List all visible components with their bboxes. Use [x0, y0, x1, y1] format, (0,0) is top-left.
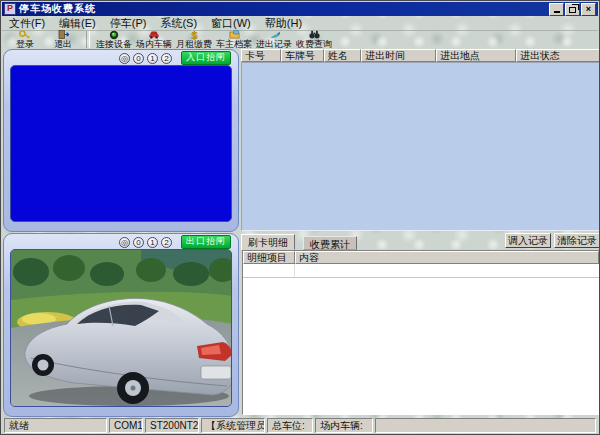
- detail-tabs-row: 刷卡明细 收费累计 调入记录 清除记录: [241, 232, 600, 250]
- toolbar-label: 连接设备: [96, 39, 132, 49]
- column-header-status[interactable]: 进出状态: [516, 49, 600, 62]
- app-icon: P: [4, 3, 16, 15]
- folder-icon: [229, 30, 240, 39]
- binoculars-icon: [309, 30, 320, 39]
- camera-select-button[interactable]: 1: [147, 53, 158, 64]
- money-icon: $: [190, 30, 199, 39]
- owner-files-button[interactable]: 车主档案: [214, 30, 254, 49]
- toolbar-label: 登录: [16, 39, 34, 49]
- toolbar-label: 车主档案: [216, 39, 252, 49]
- status-com-port: COM1: [109, 418, 143, 433]
- exit-video-panel: ◎ 0 1 2 出口抬闸: [3, 233, 239, 417]
- detail-table: 明细项目 内容: [242, 250, 600, 415]
- status-device-model: ST200NT2: [145, 418, 199, 433]
- exit-gate-open-button[interactable]: 出口抬闸: [181, 235, 231, 249]
- detail-table-header: 明细项目 内容: [243, 251, 599, 264]
- exit-button[interactable]: 退出: [44, 30, 82, 49]
- connect-device-button[interactable]: 连接设备: [94, 30, 134, 49]
- close-button[interactable]: ×: [581, 3, 596, 16]
- column-header-card-no[interactable]: 卡号: [241, 49, 281, 62]
- menu-edit[interactable]: 编辑(E): [52, 16, 103, 31]
- car-icon: [148, 30, 160, 39]
- toolbar: 登录 退出 连接设备 场内车辆 $ 月租缴费: [2, 30, 598, 49]
- records-table-header: 卡号 车牌号 姓名 进出时间 进出地点 进出状态: [241, 49, 600, 62]
- login-button[interactable]: 登录: [6, 30, 44, 49]
- restore-icon: [569, 7, 576, 13]
- exit-icon: [58, 30, 69, 39]
- menu-file[interactable]: 文件(F): [2, 16, 52, 31]
- column-header-plate-no[interactable]: 车牌号: [281, 49, 324, 62]
- monthly-payment-button[interactable]: $ 月租缴费: [174, 30, 214, 49]
- column-header-location[interactable]: 进出地点: [436, 49, 516, 62]
- status-ready: 就绪: [4, 418, 107, 433]
- status-total-spaces: 总车位:: [267, 418, 313, 433]
- toolbar-label: 退出: [54, 39, 72, 49]
- key-icon: [19, 30, 31, 39]
- camera-select-button[interactable]: ◎: [119, 53, 130, 64]
- camera-select-button[interactable]: ◎: [119, 237, 130, 248]
- restore-button[interactable]: [565, 3, 580, 16]
- exit-panel-header: ◎ 0 1 2 出口抬闸: [10, 235, 232, 249]
- toolbar-separator: [86, 31, 90, 48]
- toolbar-label: 场内车辆: [136, 39, 172, 49]
- tab-fee-total[interactable]: 收费累计: [303, 236, 357, 250]
- toolbar-label: 月租缴费: [176, 39, 212, 49]
- svg-text:$: $: [191, 30, 198, 40]
- entrance-gate-open-button[interactable]: 入口抬闸: [181, 51, 231, 65]
- detail-empty-row: [243, 264, 599, 278]
- camera-select-button[interactable]: 2: [161, 53, 172, 64]
- entrance-video-feed: [10, 65, 232, 222]
- status-vehicles-in-lot: 场内车辆:: [315, 418, 373, 433]
- menubar: 文件(F) 编辑(E) 停车(P) 系统(S) 窗口(W) 帮助(H): [2, 16, 598, 31]
- entrance-video-panel: ◎ 0 1 2 入口抬闸: [3, 49, 239, 232]
- window-title: 停车场收费系统: [19, 2, 96, 16]
- status-operator: 【系统管理员】: [201, 418, 265, 433]
- titlebar: P 停车场收费系统 ×: [2, 2, 598, 16]
- menu-help[interactable]: 帮助(H): [258, 16, 309, 31]
- column-header-time[interactable]: 进出时间: [361, 49, 436, 62]
- app-window: P 停车场收费系统 × 文件(F) 编辑(E) 停车(P) 系统(S) 窗口(W…: [0, 0, 600, 435]
- records-list-area[interactable]: [241, 62, 600, 231]
- camera-select-button[interactable]: 0: [133, 237, 144, 248]
- minimize-icon: [554, 11, 560, 13]
- menu-system[interactable]: 系统(S): [153, 16, 204, 31]
- camera-select-button[interactable]: 0: [133, 53, 144, 64]
- menu-parking[interactable]: 停车(P): [103, 16, 154, 31]
- clear-records-button[interactable]: 清除记录: [554, 233, 600, 248]
- column-header-item[interactable]: 明细项目: [243, 251, 295, 264]
- load-records-button[interactable]: 调入记录: [505, 233, 551, 248]
- car-photo: [11, 250, 232, 406]
- menu-window[interactable]: 窗口(W): [204, 16, 258, 31]
- status-spacer: [375, 418, 596, 433]
- fee-query-button[interactable]: 收费查询: [294, 30, 334, 49]
- camera-select-button[interactable]: 1: [147, 237, 158, 248]
- vehicles-in-lot-button[interactable]: 场内车辆: [134, 30, 174, 49]
- entrance-panel-header: ◎ 0 1 2 入口抬闸: [10, 51, 232, 65]
- camera-select-button[interactable]: 2: [161, 237, 172, 248]
- toolbar-label: 收费查询: [296, 39, 332, 49]
- toolbar-label: 进出记录: [256, 39, 292, 49]
- statusbar: 就绪 COM1 ST200NT2 【系统管理员】 总车位: 场内车辆:: [2, 417, 598, 433]
- entry-exit-records-button[interactable]: 进出记录: [254, 30, 294, 49]
- record-icon: [269, 30, 280, 39]
- device-icon: [109, 30, 119, 39]
- minimize-button[interactable]: [549, 3, 564, 16]
- exit-video-feed: [10, 249, 232, 407]
- tab-swipe-detail[interactable]: 刷卡明细: [241, 234, 295, 250]
- column-header-content[interactable]: 内容: [295, 251, 599, 264]
- main-region: ◎ 0 1 2 入口抬闸 ◎ 0 1 2 出口抬闸: [1, 49, 600, 419]
- column-header-name[interactable]: 姓名: [324, 49, 361, 62]
